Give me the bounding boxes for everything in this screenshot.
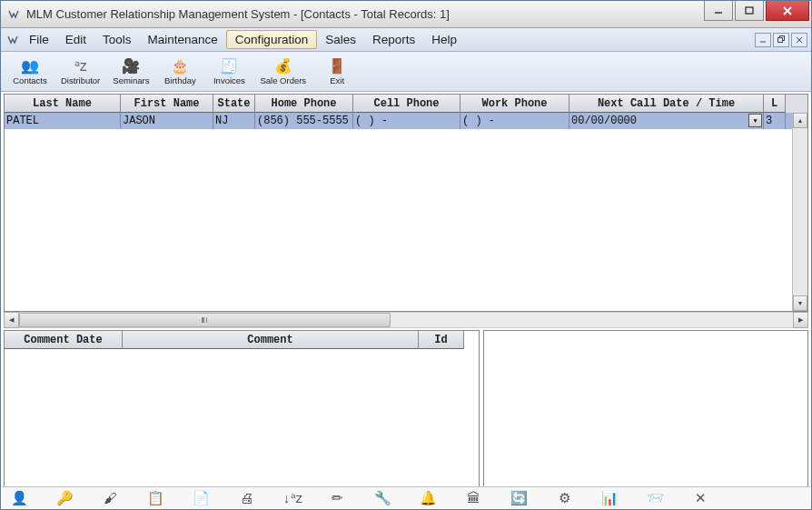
menu-reports[interactable]: Reports xyxy=(364,28,423,51)
cell-work-phone[interactable]: ( ) - xyxy=(460,113,569,129)
toolbar-label: Invoices xyxy=(213,75,245,85)
bottom-page-icon[interactable]: 📄 xyxy=(193,490,209,506)
maximize-button[interactable] xyxy=(735,1,764,21)
cell-l[interactable]: 3 xyxy=(764,113,786,129)
scroll-up-button[interactable]: ▲ xyxy=(793,113,807,128)
toolbar-birthday[interactable]: 🎂 Birthday xyxy=(158,54,202,90)
col-comment[interactable]: Comment xyxy=(123,331,419,349)
distributor-icon: ᵃz xyxy=(74,57,87,75)
col-last-name[interactable]: Last Name xyxy=(5,95,121,113)
menu-help[interactable]: Help xyxy=(423,28,465,51)
grid-vertical-scrollbar[interactable]: ▲ ▼ xyxy=(792,113,807,311)
toolbar-label: Seminars xyxy=(113,75,149,85)
toolbar-label: Distributor xyxy=(61,75,100,85)
col-cell-phone[interactable]: Cell Phone xyxy=(353,95,460,113)
cell-next-call-value: 00/00/0000 xyxy=(571,115,637,127)
contacts-icon: 👥 xyxy=(21,57,39,75)
bottom-bell-icon[interactable]: 🔔 xyxy=(420,490,436,506)
cell-next-call[interactable]: 00/00/0000 ▼ xyxy=(569,113,764,129)
svg-rect-4 xyxy=(777,38,782,43)
toolbar-label: Birthday xyxy=(164,75,196,85)
scroll-track[interactable] xyxy=(19,312,793,328)
exit-icon: 🚪 xyxy=(328,57,346,75)
bottom-chart-icon[interactable]: 📊 xyxy=(601,490,618,506)
sale-orders-icon: 💰 xyxy=(274,57,292,75)
bottom-sort-icon[interactable]: ↓ᵃz xyxy=(283,490,300,506)
mdi-close-button[interactable] xyxy=(791,33,807,47)
grid-horizontal-scrollbar[interactable]: ◀ ▶ xyxy=(4,312,808,328)
bottom-gear-icon[interactable]: ⚙ xyxy=(556,490,572,506)
bottom-user-icon[interactable]: 👤 xyxy=(11,490,27,506)
mdi-minimize-button[interactable] xyxy=(755,33,771,47)
cell-last-name[interactable]: PATEL xyxy=(5,113,121,129)
date-dropdown-button[interactable]: ▼ xyxy=(748,114,762,127)
scroll-down-button[interactable]: ▼ xyxy=(793,295,807,311)
minimize-button[interactable] xyxy=(704,1,733,21)
toolbar-label: Sale Orders xyxy=(260,75,306,85)
col-home-phone[interactable]: Home Phone xyxy=(255,95,353,113)
toolbar-sale-orders[interactable]: 💰 Sale Orders xyxy=(256,54,310,90)
col-comment-date[interactable]: Comment Date xyxy=(5,331,123,349)
cell-home-phone[interactable]: (856) 555-5555 xyxy=(255,113,353,129)
mdi-restore-button[interactable] xyxy=(773,33,789,47)
scroll-thumb-grip-icon xyxy=(202,317,207,323)
bottom-clipboard-icon[interactable]: 📋 xyxy=(147,490,163,506)
bottom-brush-icon[interactable]: 🖌 xyxy=(102,490,118,505)
bottom-mail-icon[interactable]: 📨 xyxy=(647,490,663,506)
main-toolbar: 👥 Contacts ᵃz Distributor 🎥 Seminars 🎂 B… xyxy=(1,52,811,92)
toolbar-label: Contacts xyxy=(13,75,47,85)
col-state[interactable]: State xyxy=(213,95,255,113)
col-l[interactable]: L xyxy=(764,95,786,113)
cell-cell-phone[interactable]: ( ) - xyxy=(353,113,460,129)
menu-file[interactable]: File xyxy=(21,28,57,51)
comments-grid[interactable]: Comment Date Comment Id xyxy=(4,330,480,489)
cell-first-name[interactable]: JASON xyxy=(121,113,213,129)
contacts-grid[interactable]: Last Name First Name State Home Phone Ce… xyxy=(4,94,808,312)
mdi-controls xyxy=(755,28,811,51)
toolbar-seminars[interactable]: 🎥 Seminars xyxy=(109,54,153,90)
bottom-key-icon[interactable]: 🔑 xyxy=(56,490,73,506)
menu-maintenance[interactable]: Maintenance xyxy=(140,28,226,51)
window-controls xyxy=(704,1,811,27)
toolbar-distributor[interactable]: ᵃz Distributor xyxy=(57,54,104,90)
menu-app-icon xyxy=(5,28,21,51)
toolbar-label: Exit xyxy=(330,75,344,85)
bottom-print-icon[interactable]: 🖨 xyxy=(238,490,254,505)
scroll-thumb[interactable] xyxy=(19,313,391,327)
bottom-close-icon[interactable]: ✕ xyxy=(692,490,708,506)
bottom-refresh-icon[interactable]: 🔄 xyxy=(510,490,527,506)
col-next-call[interactable]: Next Call Date / Time xyxy=(569,95,764,113)
toolbar-contacts[interactable]: 👥 Contacts xyxy=(8,54,52,90)
close-button[interactable] xyxy=(766,1,809,21)
cell-state[interactable]: NJ xyxy=(213,113,255,129)
bottom-pencil-icon[interactable]: ✏ xyxy=(329,490,345,506)
toolbar-invoices[interactable]: 🧾 Invoices xyxy=(207,54,251,90)
col-first-name[interactable]: First Name xyxy=(121,95,213,113)
invoices-icon: 🧾 xyxy=(220,57,238,75)
bottom-wrench-icon[interactable]: 🔧 xyxy=(374,490,391,506)
lower-panes: Comment Date Comment Id xyxy=(4,330,808,489)
grid-header-row: Last Name First Name State Home Phone Ce… xyxy=(5,95,807,113)
table-row[interactable]: PATEL JASON NJ (856) 555-5555 ( ) - ( ) … xyxy=(5,113,807,129)
detail-pane xyxy=(483,330,808,489)
window-title: MLM Customer Relationship Management Sys… xyxy=(26,7,704,21)
menu-sales[interactable]: Sales xyxy=(317,28,364,51)
comments-header-row: Comment Date Comment Id xyxy=(5,331,479,349)
bottom-toolbar: 👤 🔑 🖌 📋 📄 🖨 ↓ᵃz ✏ 🔧 🔔 🏛 🔄 ⚙ 📊 📨 ✕ xyxy=(2,486,810,508)
menu-tools[interactable]: Tools xyxy=(94,28,140,51)
menu-bar: File Edit Tools Maintenance Configuratio… xyxy=(1,28,811,52)
toolbar-exit[interactable]: 🚪 Exit xyxy=(315,54,359,90)
title-bar: MLM Customer Relationship Management Sys… xyxy=(1,1,811,28)
menu-edit[interactable]: Edit xyxy=(57,28,94,51)
seminars-icon: 🎥 xyxy=(122,57,140,75)
bottom-building-icon[interactable]: 🏛 xyxy=(465,490,481,505)
scroll-left-button[interactable]: ◀ xyxy=(4,312,19,328)
app-icon xyxy=(6,7,21,22)
col-work-phone[interactable]: Work Phone xyxy=(460,95,569,113)
col-id[interactable]: Id xyxy=(419,331,464,349)
svg-rect-1 xyxy=(746,7,753,14)
scroll-right-button[interactable]: ▶ xyxy=(793,312,808,328)
birthday-icon: 🎂 xyxy=(171,57,189,75)
menu-configuration[interactable]: Configuration xyxy=(226,30,317,49)
